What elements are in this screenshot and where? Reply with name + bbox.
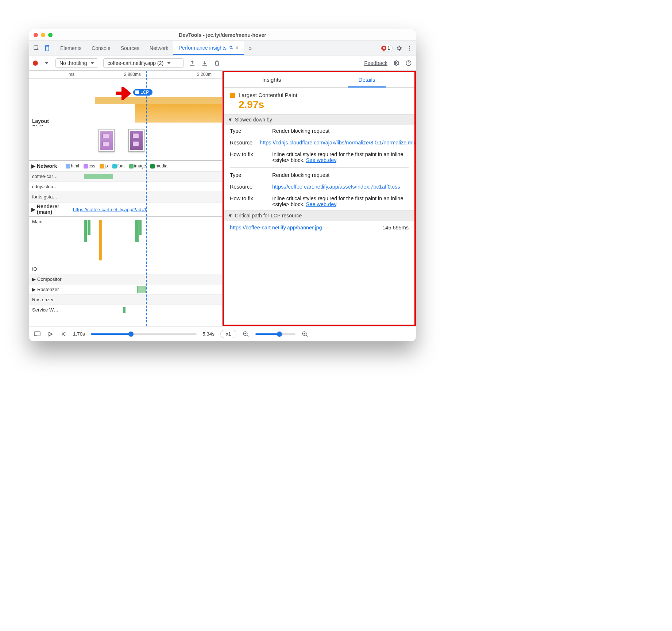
resource-link[interactable]: https://coffee-cart.netlify.app/assets/i… [272, 184, 400, 190]
task-bar [135, 220, 139, 242]
tick-label: 3,200m [197, 72, 212, 77]
playback-footer: 1.70s 5.34s x1 [29, 326, 416, 341]
section-title: Slowed down by [235, 117, 272, 123]
network-legend: html css js font image media [66, 163, 167, 169]
tab-insights[interactable]: Insights [224, 72, 319, 87]
panel-tabs-row: Elements Console Sources Network Perform… [29, 41, 416, 55]
feedback-link[interactable]: Feedback [364, 60, 387, 66]
gear-icon[interactable] [395, 44, 403, 52]
main-thread-row[interactable]: Main [29, 217, 222, 264]
io-label: IO [32, 266, 37, 272]
profile-select[interactable]: coffee-cart.netlify.app (2) [103, 58, 184, 68]
tick-label: 2,880ms [124, 72, 141, 77]
kv-row: Resourcehttps://coffee-cart.netlify.app/… [224, 181, 414, 193]
tab-elements[interactable]: Elements [55, 41, 86, 55]
layout-shifts-label: LayoutShifts [32, 118, 49, 126]
rasterizer-label: Rasterizer [37, 287, 59, 292]
critical-path-header[interactable]: ▼ Critical path for LCP resource [224, 210, 414, 221]
resource-link[interactable]: https://cdnjs.cloudflare.com/ajax/libs/n… [260, 140, 416, 146]
devtools-window: DevTools - jec.fyi/demo/menu-hover Eleme… [29, 29, 416, 341]
caret-right-icon: ▶ [32, 276, 36, 282]
renderer-track-header[interactable]: ▶ Renderer(main) https://coffee-cart.net… [29, 202, 222, 217]
tab-sources[interactable]: Sources [116, 41, 144, 55]
titlebar: DevTools - jec.fyi/demo/menu-hover [29, 29, 416, 41]
close-tab-icon[interactable]: × [235, 44, 239, 51]
network-row[interactable]: fonts.gsta… [29, 192, 222, 202]
annotation-arrow-icon [116, 87, 133, 100]
toolbar-right-icons: ✕ 1 [376, 41, 416, 55]
time-scrubber[interactable] [91, 333, 197, 335]
compositor-row[interactable]: ▶Compositor [29, 274, 222, 284]
slowed-down-header[interactable]: ▼ Slowed down by [224, 114, 414, 125]
io-row[interactable]: IO [29, 264, 222, 274]
skip-back-icon[interactable] [60, 330, 67, 338]
zoom-level[interactable]: x1 [220, 330, 236, 338]
renderer-url[interactable]: https://coffee-cart.netlify.app/?ad=1 [73, 207, 147, 212]
zoom-value: x1 [226, 331, 231, 337]
zoom-in-icon[interactable] [301, 330, 309, 338]
divider [230, 167, 409, 168]
caret-right-icon: ▶ [32, 287, 36, 292]
tab-label: Console [92, 45, 110, 51]
scrubber-start-time: 1.70s [73, 331, 85, 337]
record-button[interactable] [33, 61, 38, 66]
request-bar[interactable] [84, 174, 113, 179]
lcp-resource-link[interactable]: https://coffee-cart.netlify.app/banner.j… [230, 225, 322, 231]
tab-console[interactable]: Console [86, 41, 115, 55]
play-icon[interactable] [47, 330, 54, 338]
kv-key: How to fix [230, 151, 265, 163]
fix-text: Inline critical styles required for the … [272, 196, 403, 207]
tabs-overflow[interactable]: » [244, 41, 257, 55]
layout-shift-thumb[interactable] [128, 129, 144, 152]
window-title: DevTools - jec.fyi/demo/menu-hover [29, 32, 416, 38]
device-toolbar-icon[interactable] [44, 44, 51, 52]
task-bar [88, 220, 90, 235]
screenshot-toggle-icon[interactable] [34, 330, 41, 338]
download-icon[interactable] [201, 59, 208, 67]
main-area: ms 2,880ms 3,200m LCP LayoutShifts [29, 71, 416, 326]
critical-path-row: https://coffee-cart.netlify.app/banner.j… [224, 221, 414, 234]
kebab-menu-icon[interactable] [406, 44, 413, 52]
time-ruler[interactable]: ms 2,880ms 3,200m [29, 71, 222, 79]
section-title: Critical path for LCP resource [235, 213, 302, 218]
rasterizer-row[interactable]: Rasterizer [29, 295, 222, 305]
throttling-select[interactable]: No throttling [55, 58, 98, 68]
webdev-link[interactable]: See web.dev [306, 201, 336, 207]
help-icon[interactable] [405, 59, 412, 67]
error-badge[interactable]: ✕ 1 [379, 45, 393, 51]
network-row[interactable]: cdnjs.clou… [29, 182, 222, 192]
tab-label: Sources [121, 45, 139, 51]
task-bar [137, 286, 146, 293]
inspect-element-icon[interactable] [33, 44, 40, 52]
chevron-double-right-icon: » [249, 45, 252, 51]
main-label: Main [32, 219, 42, 224]
tab-details[interactable]: Details [319, 72, 414, 87]
insights-toolbar: No throttling coffee-cart.netlify.app (2… [29, 55, 416, 71]
caret-down-icon: ▼ [228, 117, 233, 123]
panel-tabs: Elements Console Sources Network Perform… [55, 41, 376, 55]
zoom-out-icon[interactable] [242, 330, 250, 338]
record-dropdown-icon[interactable] [43, 59, 50, 67]
webdev-link[interactable]: See web.dev [306, 157, 336, 163]
upload-icon[interactable] [189, 59, 196, 67]
fix-text: . [336, 201, 337, 207]
tick-label: ms [69, 72, 74, 77]
overview-flame[interactable]: LCP LayoutShifts [29, 79, 222, 126]
network-row[interactable]: coffee-car… [29, 171, 222, 182]
tab-network[interactable]: Network [144, 41, 173, 55]
lcp-chip[interactable]: LCP [133, 89, 152, 96]
layout-shift-thumb[interactable] [99, 129, 115, 152]
square-icon [135, 90, 139, 94]
service-worker-row[interactable]: Service W… [29, 305, 222, 315]
legend-media: media [155, 163, 167, 169]
gear-icon[interactable] [393, 59, 400, 67]
zoom-slider[interactable] [255, 333, 296, 335]
rasterizer-row[interactable]: ▶Rasterizer [29, 284, 222, 295]
svg-point-5 [409, 49, 410, 50]
network-track-header[interactable]: ▶ Network html css js font image media [29, 160, 222, 171]
renderer-title: Renderer(main) [37, 204, 59, 215]
rasterizer-label: Rasterizer [32, 297, 54, 302]
service-label: Service W… [32, 307, 58, 313]
trash-icon[interactable] [213, 59, 221, 67]
tab-performance-insights[interactable]: Performance insights ⚗ × [173, 41, 244, 55]
